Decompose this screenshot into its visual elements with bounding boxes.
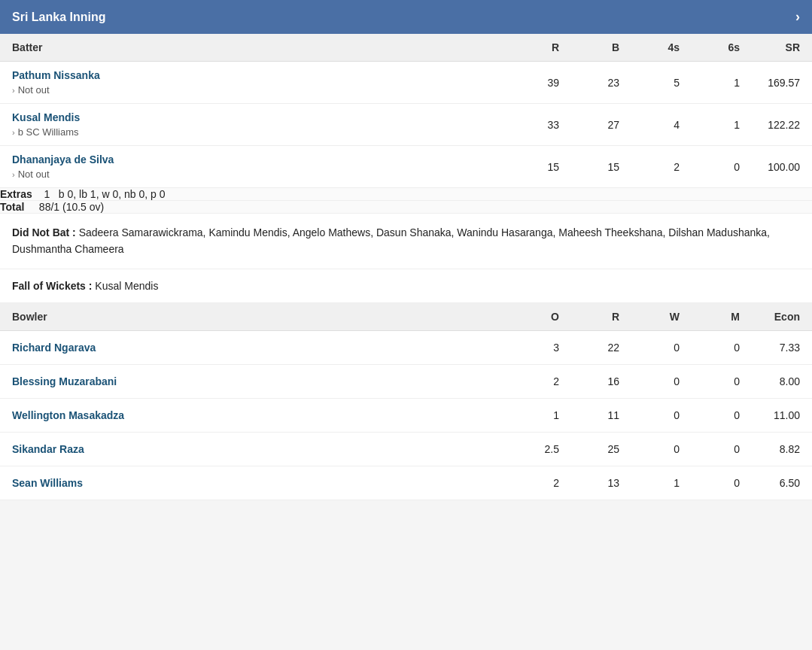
- total-value: 88/1 (10.5 ov): [39, 201, 104, 213]
- batter-name[interactable]: Dhananjaya de Silva: [12, 153, 499, 166]
- fow-detail: Kusal Mendis: [95, 280, 158, 292]
- col-sr: SR: [752, 34, 812, 62]
- fow-label: Fall of Wickets :: [12, 280, 92, 292]
- col-r: R: [511, 34, 571, 62]
- dnb-players: Sadeera Samarawickrama, Kamindu Mendis, …: [12, 226, 770, 255]
- bowler-econ: 11.00: [752, 398, 812, 432]
- batter-sr: 100.00: [752, 146, 812, 188]
- chevron-right-icon: ›: [12, 86, 15, 95]
- col-b: B: [571, 34, 631, 62]
- batter-6s: 0: [692, 146, 752, 188]
- batter-header-row: Batter R B 4s 6s SR: [0, 34, 812, 62]
- bowler-econ: 8.82: [752, 432, 812, 466]
- col-batter: Batter: [0, 34, 511, 62]
- extras-row: Extras 1 b 0, lb 1, w 0, nb 0, p 0: [0, 188, 812, 201]
- bowler-row: Wellington Masakadza 1 11 0 0 11.00: [0, 398, 812, 432]
- batter-4s: 4: [631, 104, 692, 146]
- chevron-icon[interactable]: ›: [795, 9, 800, 25]
- bowler-w: 0: [631, 398, 692, 432]
- batter-4s: 5: [631, 62, 692, 104]
- bowler-econ: 6.50: [752, 466, 812, 500]
- bowler-r: 11: [571, 398, 631, 432]
- col-w: W: [631, 303, 692, 331]
- extras-value: 1: [44, 188, 50, 200]
- batter-r: 33: [511, 104, 571, 146]
- bowler-name[interactable]: Wellington Masakadza: [12, 409, 124, 421]
- total-label: Total: [0, 201, 24, 213]
- bowler-m: 0: [692, 330, 752, 364]
- bowler-w: 1: [631, 466, 692, 500]
- batter-status: › Not out: [12, 84, 499, 96]
- bowler-w: 0: [631, 364, 692, 398]
- dnb-section: Did Not Bat : Sadeera Samarawickrama, Ka…: [0, 214, 812, 269]
- bowler-name[interactable]: Sean Williams: [12, 477, 83, 489]
- total-row: Total 88/1 (10.5 ov): [0, 201, 812, 214]
- bowler-name[interactable]: Sikandar Raza: [12, 443, 84, 455]
- bowler-o: 2.5: [511, 432, 571, 466]
- col-m: M: [692, 303, 752, 331]
- bowler-econ: 7.33: [752, 330, 812, 364]
- batter-row: Pathum Nissanka › Not out 39 23 5 1 169.…: [0, 62, 812, 104]
- section-header[interactable]: Sri Lanka Inning ›: [0, 0, 812, 34]
- bowler-r: 22: [571, 330, 631, 364]
- main-container: Sri Lanka Inning › Batter R B 4s 6s SR P…: [0, 0, 812, 500]
- batter-row: Kusal Mendis › b SC Williams 33 27 4 1 1…: [0, 104, 812, 146]
- extras-detail: b 0, lb 1, w 0, nb 0, p 0: [59, 188, 166, 200]
- batter-6s: 1: [692, 62, 752, 104]
- col-r-bowl: R: [571, 303, 631, 331]
- batter-r: 15: [511, 146, 571, 188]
- batter-name[interactable]: Kusal Mendis: [12, 111, 499, 123]
- bowler-o: 1: [511, 398, 571, 432]
- batter-row: Dhananjaya de Silva › Not out 15 15 2 0 …: [0, 146, 812, 188]
- chevron-right-icon: ›: [12, 128, 15, 137]
- fow-section: Fall of Wickets : Kusal Mendis: [0, 269, 812, 303]
- bowler-name[interactable]: Blessing Muzarabani: [12, 375, 117, 387]
- extras-label: Extras: [0, 188, 32, 200]
- section-title: Sri Lanka Inning: [12, 11, 105, 24]
- batter-status: › b SC Williams: [12, 126, 499, 138]
- bowler-name[interactable]: Richard Ngarava: [12, 342, 96, 354]
- batter-4s: 2: [631, 146, 692, 188]
- batter-b: 23: [571, 62, 631, 104]
- bowler-w: 0: [631, 330, 692, 364]
- batter-sr: 169.57: [752, 62, 812, 104]
- bowler-m: 0: [692, 432, 752, 466]
- bowler-m: 0: [692, 364, 752, 398]
- batter-6s: 1: [692, 104, 752, 146]
- dnb-label: Did Not Bat :: [12, 226, 76, 238]
- bowler-r: 16: [571, 364, 631, 398]
- bowler-row: Blessing Muzarabani 2 16 0 0 8.00: [0, 364, 812, 398]
- batter-r: 39: [511, 62, 571, 104]
- batter-b: 15: [571, 146, 631, 188]
- bowler-table: Bowler O R W M Econ Richard Ngarava 3 22…: [0, 303, 812, 500]
- bowler-m: 0: [692, 466, 752, 500]
- bowler-header-row: Bowler O R W M Econ: [0, 303, 812, 331]
- col-4s: 4s: [631, 34, 692, 62]
- bowler-row: Sean Williams 2 13 1 0 6.50: [0, 466, 812, 500]
- batter-sr: 122.22: [752, 104, 812, 146]
- batter-b: 27: [571, 104, 631, 146]
- bowler-o: 2: [511, 466, 571, 500]
- batter-table: Batter R B 4s 6s SR Pathum Nissanka › No…: [0, 34, 812, 214]
- col-econ: Econ: [752, 303, 812, 331]
- bowler-w: 0: [631, 432, 692, 466]
- bowler-r: 13: [571, 466, 631, 500]
- batter-status: › Not out: [12, 169, 499, 180]
- col-bowler: Bowler: [0, 303, 511, 331]
- batter-name[interactable]: Pathum Nissanka: [12, 69, 499, 81]
- bowler-o: 3: [511, 330, 571, 364]
- chevron-right-icon: ›: [12, 170, 15, 179]
- bowler-r: 25: [571, 432, 631, 466]
- bowler-econ: 8.00: [752, 364, 812, 398]
- bowler-row: Richard Ngarava 3 22 0 0 7.33: [0, 330, 812, 364]
- col-o: O: [511, 303, 571, 331]
- bowler-m: 0: [692, 398, 752, 432]
- bowler-row: Sikandar Raza 2.5 25 0 0 8.82: [0, 432, 812, 466]
- col-6s: 6s: [692, 34, 752, 62]
- bowler-o: 2: [511, 364, 571, 398]
